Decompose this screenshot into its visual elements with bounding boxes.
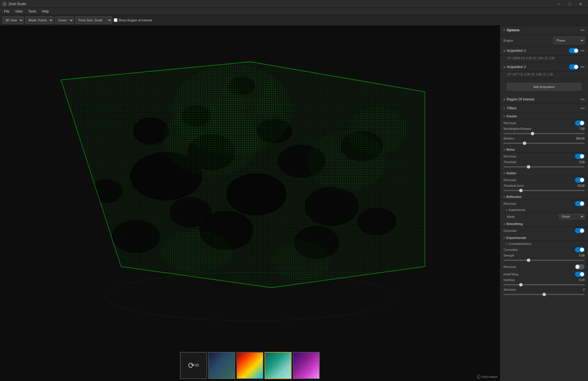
options-header[interactable]: ▾ Options ••• [500, 26, 588, 35]
maximize-button[interactable]: □ [565, 0, 575, 8]
hole-filling-row: HoleFilling [500, 271, 588, 278]
max-neighbor-distance-value: 7.00 [579, 127, 585, 130]
acq2-title: Acquisition 2 [507, 65, 567, 69]
view-mode-select[interactable]: 3D View 2D View [2, 17, 24, 24]
3d-icon: ⟳ [188, 361, 195, 370]
acq1-chevron: ▾ [504, 49, 505, 52]
reflection-mode-select[interactable]: Global Local [559, 214, 585, 219]
filters-header[interactable]: ▾ Filters ••• [500, 104, 588, 113]
thumbnail-2[interactable] [236, 352, 263, 379]
svg-point-37 [347, 107, 407, 155]
smoothing-gaussian-toggle[interactable] [575, 228, 585, 233]
correction-toggle[interactable] [575, 247, 585, 252]
noise-threshold-input[interactable] [504, 166, 585, 167]
outlier-threshold-input[interactable] [504, 190, 585, 191]
reflection-removal-toggle[interactable] [575, 201, 585, 206]
noise-threshold-slider-row: Threshold 3.00 [500, 160, 588, 170]
close-button[interactable]: ✕ [575, 0, 586, 8]
info-icon: ℹ [477, 375, 481, 379]
smoothing-gaussian-label: Gaussian [504, 229, 517, 232]
strictness-input[interactable] [504, 294, 585, 295]
add-acquisition-container: Add Acquisition [500, 79, 588, 95]
strictness-value: 2 [583, 288, 585, 291]
engine-select[interactable]: Phase Stripe Omni [553, 37, 585, 44]
color-select[interactable]: Green RGB Depth [55, 17, 74, 24]
hole-size-input[interactable] [504, 284, 585, 285]
show-roi-label[interactable]: Show Region of Interest [114, 18, 152, 22]
menu-file[interactable]: File [1, 9, 12, 14]
options-title: ▾ Options [504, 28, 519, 32]
acquisition2-header[interactable]: ▾ Acquisition 2 ••• [500, 62, 588, 72]
cluster-removal-row: Removal [500, 119, 588, 127]
cd-removal-slider [575, 264, 585, 269]
svg-point-19 [226, 173, 286, 215]
options-menu-dots[interactable]: ••• [580, 28, 585, 32]
reflection-mode-label: Mode [507, 215, 515, 218]
acq2-slider [569, 64, 579, 69]
filters-dots[interactable]: ••• [580, 106, 585, 110]
noise-header: ▾ Noise [500, 146, 588, 153]
cluster-removal-toggle[interactable] [575, 120, 585, 126]
smoothing-header: ▾ Smoothing [500, 220, 588, 227]
show-roi-text: Show Region of Interest [119, 19, 152, 22]
noise-removal-toggle[interactable] [575, 154, 585, 159]
acq1-title: Acquisition 1 [507, 49, 567, 53]
acq2-dots[interactable]: ••• [580, 65, 585, 69]
filters-title: Filters [507, 106, 579, 110]
hole-size-slider-row: HoleSize 0.20 [500, 278, 588, 288]
add-acquisition-button[interactable]: Add Acquisition [507, 83, 581, 91]
hole-filling-toggle[interactable] [575, 272, 585, 277]
min-area-value: 500.00 [576, 137, 585, 140]
acq2-toggle[interactable] [569, 64, 579, 69]
strength-input[interactable] [504, 260, 585, 261]
thumbnail-3d[interactable]: ⟳ 3D [180, 352, 207, 379]
noise-removal-slider [575, 154, 585, 159]
cluster-removal-slider [575, 120, 585, 126]
noise-threshold-label: Threshold [504, 161, 516, 164]
viewport[interactable]: ⟳ 3D ℹ Information [0, 26, 500, 381]
max-neighbor-distance-label: MaxNeighborDistance [504, 127, 531, 130]
cd-removal-toggle[interactable] [575, 264, 585, 269]
info-label: Information [482, 375, 498, 378]
render-mode-select[interactable]: Mode: Points Mode: Mesh [25, 17, 53, 24]
cluster-removal-label: Removal [504, 121, 516, 125]
acq1-slider [569, 48, 579, 53]
cd-removal-row: Removal [500, 263, 588, 271]
correction-label: Correction [504, 248, 518, 251]
filters-chevron: ▾ [504, 107, 505, 110]
cd-removal-label: Removal [504, 265, 516, 269]
correction-slider [575, 247, 585, 252]
outlier-removal-toggle[interactable] [575, 177, 585, 183]
hole-filling-slider [575, 272, 585, 277]
menu-tools[interactable]: Tools [25, 9, 39, 14]
contrast-distortion-label: ▾ ContrastDistortion [506, 242, 531, 245]
acq1-dots[interactable]: ••• [580, 48, 585, 53]
thumbnail-4[interactable] [293, 352, 320, 379]
minimize-button[interactable]: ─ [554, 0, 564, 8]
toolbar: 3D View 2D View Mode: Points Mode: Mesh … [0, 15, 588, 26]
max-neighbor-distance-input[interactable] [504, 133, 585, 134]
acquisition1-header[interactable]: ▾ Acquisition 1 ••• [500, 46, 588, 56]
outlier-removal-slider [575, 177, 585, 183]
roi-header[interactable]: ▾ Region Of Interest ••• [500, 95, 588, 104]
min-area-input[interactable] [504, 143, 585, 144]
menu-help[interactable]: Help [39, 9, 52, 14]
roi-dots[interactable]: ••• [580, 97, 585, 102]
acq1-toggle[interactable] [569, 48, 579, 53]
roi-title: Region Of Interest [507, 97, 579, 101]
right-panel: ▾ Options ••• Engine Phase Stripe Omni ▾… [500, 26, 588, 381]
reflection-experimental-row: ▾ Experimental [500, 207, 588, 213]
strictness-label: Strictness [504, 288, 516, 291]
thumbnail-3[interactable] [265, 352, 292, 379]
point-size-select[interactable]: Point Size: Small Point Size: Medium Poi… [75, 17, 112, 24]
reflection-mode-row: Mode Global Local [500, 213, 588, 220]
show-roi-checkbox[interactable] [114, 18, 117, 22]
acq2-chevron: ▾ [504, 65, 505, 69]
smoothing-gaussian-slider [575, 228, 585, 233]
thumbnails-bar: ⟳ 3D [0, 350, 500, 381]
menu-view[interactable]: View [12, 9, 25, 14]
reflection-experimental-label: ▾ Experimental [506, 208, 525, 212]
reflection-removal-label: Removal [504, 202, 516, 205]
thumbnail-1[interactable] [208, 352, 235, 379]
svg-point-24 [304, 187, 358, 226]
